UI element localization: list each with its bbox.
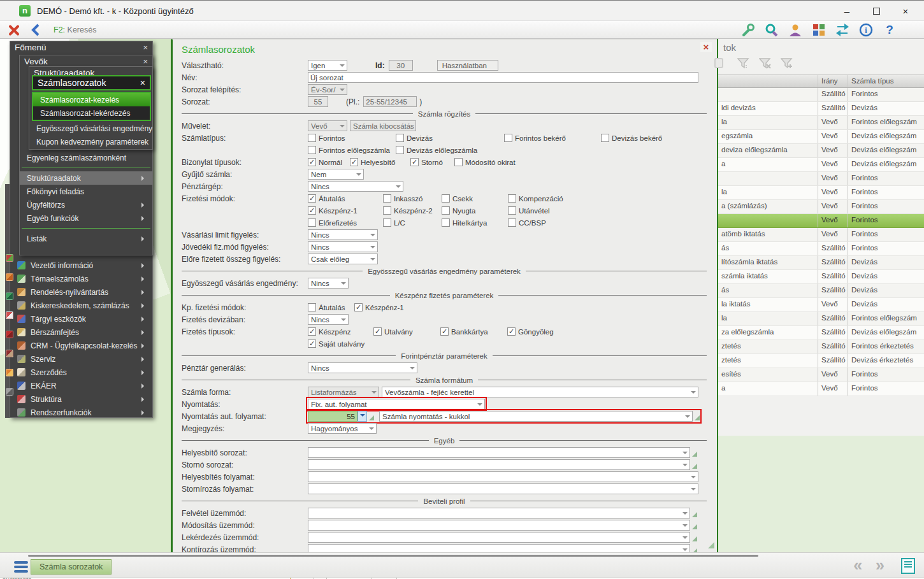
- text-input[interactable]: Új sorozat: [308, 72, 698, 83]
- table-row[interactable]: VevőForintos: [718, 214, 924, 228]
- table-row[interactable]: za előlegszámlaSzállítóDevizás előlegszá…: [718, 326, 924, 340]
- checkbox--tutal-s[interactable]: ✓Átutalás: [308, 194, 383, 203]
- checkbox-forintos-bek-r-[interactable]: Forintos bekérő: [504, 134, 601, 142]
- combo-sz-mla-nyomtat-s-kukkol[interactable]: Számla nyomtatás - kukkol: [379, 411, 693, 422]
- lookup-grip-icon[interactable]: [692, 524, 697, 529]
- checkbox-ut-nv-tel[interactable]: Utánvétel: [508, 206, 550, 215]
- back-icon[interactable]: [31, 24, 41, 39]
- wrench-icon[interactable]: [740, 22, 756, 38]
- menu-item-vezet-i-inform-ci-[interactable]: Vezetői információ: [10, 259, 152, 272]
- menu-item--gyf-lt-rzs[interactable]: Ügyféltörzs: [20, 198, 152, 211]
- minimize-button[interactable]: –: [832, 6, 862, 17]
- menu-item-kupon-kedvezm-ny-param-terek[interactable]: Kupon kedvezmény paraméterek: [29, 135, 152, 148]
- menu-item-sz-mlasorozat-kezel-s[interactable]: Számlasorozat-kezelés: [33, 93, 150, 106]
- dropdown-blue-icon[interactable]: [357, 411, 367, 422]
- table-row[interactable]: laSzállítóForintos előlegszám: [718, 312, 924, 326]
- filter-icon[interactable]: [737, 58, 750, 72]
- lookup-grip-icon[interactable]: [692, 452, 697, 457]
- lookup-grip-icon[interactable]: [692, 512, 697, 517]
- dialog-close-icon[interactable]: ×: [700, 42, 712, 52]
- close-record-icon[interactable]: [8, 24, 20, 36]
- table-row[interactable]: ldi devizásSzállítóDevizás: [718, 102, 924, 116]
- help-icon[interactable]: ?: [882, 22, 897, 38]
- checkbox-helyesb-t-[interactable]: ✓Helyesbítő: [350, 158, 410, 166]
- checkbox-saj-t-utalv-ny[interactable]: ✓Saját utalvány: [308, 340, 365, 348]
- combo-empty[interactable]: [308, 532, 690, 543]
- checkbox-deviz-s-bek-r-[interactable]: Devizás bekérő: [601, 134, 662, 142]
- menu-item-egyenleg-sz-mlasz-monk-nt[interactable]: Egyenleg számlaszámonként: [20, 151, 152, 164]
- combo-empty[interactable]: [308, 520, 690, 531]
- combo-fix-aut-folyamat[interactable]: Fix. aut. folyamat: [308, 399, 485, 410]
- checkbox-el-refizet-s[interactable]: Előrefizetés: [308, 218, 383, 227]
- combo-nincs[interactable]: Nincs: [308, 229, 378, 240]
- combo-nem[interactable]: Nem: [308, 169, 364, 180]
- combo-vev-sz-mla-fejl-c-kerettel[interactable]: Vevőszámla - fejléc kerettel: [382, 387, 698, 397]
- menu-item-egy-sszeg-v-s-rl-si-engedm-ny[interactable]: Egyösszegű vásárlási engedmény: [29, 122, 152, 135]
- table-row[interactable]: aVevőForintos: [718, 382, 924, 396]
- combo--v-sor-[interactable]: Év-Sor/: [308, 84, 347, 95]
- checkbox-bankk-rtya[interactable]: ✓Bankkártya: [440, 327, 507, 336]
- combo-empty[interactable]: [308, 471, 698, 482]
- table-row[interactable]: lítószámla iktatásSzállítóDevizás: [718, 256, 924, 270]
- checkbox-inkassz-[interactable]: Inkasszó: [383, 194, 442, 203]
- checkbox-g-ngy-leg[interactable]: ✓Göngyöleg: [507, 327, 554, 336]
- combo-nincs[interactable]: Nincs: [308, 181, 403, 192]
- text-input[interactable]: 30: [389, 60, 413, 71]
- checkbox-deviz-s[interactable]: Devizás: [396, 134, 504, 142]
- menu-item-b-rsz-mfejt-s[interactable]: Bérszámfejtés: [10, 325, 152, 339]
- checkbox-nyugta[interactable]: Nyugta: [442, 206, 508, 215]
- f2-search-button[interactable]: F2: Keresés: [54, 25, 96, 34]
- lookup-grip-icon[interactable]: [692, 536, 697, 541]
- menu-item-t-rgyi-eszk-z-k[interactable]: Tárgyi eszközök: [10, 312, 152, 325]
- hamburger-menu-icon[interactable]: [11, 560, 31, 574]
- menu-item-rendszerfunkci-k[interactable]: Rendszerfunkciók: [10, 406, 152, 419]
- menu-item-egy-b-funkci-k[interactable]: Egyéb funkciók: [20, 211, 152, 225]
- filter-clear-icon[interactable]: [759, 58, 772, 72]
- maximize-button[interactable]: [862, 6, 891, 17]
- checkbox-k-szp-nz-1[interactable]: ✓Készpénz-1: [308, 206, 383, 215]
- checkbox-k-szp-nz-2[interactable]: Készpénz-2: [383, 206, 442, 215]
- checkbox-forintos-el-legsz-mla[interactable]: Forintos előlegszámla: [308, 146, 396, 154]
- modules-icon[interactable]: [811, 22, 827, 38]
- checkbox-cc-bsp[interactable]: CC/BSP: [508, 218, 546, 227]
- menu-close-icon[interactable]: ×: [143, 43, 148, 52]
- checkbox-m-dos-t-okirat[interactable]: Módosító okirat: [454, 158, 516, 166]
- checkbox--tutal-s[interactable]: Átutalás: [308, 303, 354, 311]
- lookup-grip-icon[interactable]: [692, 464, 697, 469]
- combo-empty[interactable]: [308, 483, 698, 494]
- user-icon[interactable]: [788, 22, 803, 38]
- combo-igen[interactable]: Igen: [308, 60, 347, 71]
- combo-nincs[interactable]: Nincs: [308, 241, 378, 252]
- table-row[interactable]: SzállítóForintos: [718, 88, 924, 102]
- horizontal-scrollbar[interactable]: [28, 555, 758, 557]
- table-row[interactable]: ztetésSzállítóForintos érkeztetés: [718, 340, 924, 354]
- checkbox-utalv-ny[interactable]: ✓Utalvány: [373, 327, 440, 336]
- menu-item-rendel-s-nyilv-ntart-s[interactable]: Rendelés-nyilvántartás: [10, 285, 152, 299]
- radio-forintos[interactable]: Forintos: [308, 134, 396, 142]
- checkbox-hitelk-rtya[interactable]: Hitelkártya: [442, 218, 508, 227]
- combo-hagyom-nyos[interactable]: Hagyományos: [308, 423, 377, 434]
- table-row[interactable]: laVevőForintos előlegszám: [718, 116, 924, 130]
- combo-csak-el-leg[interactable]: Csak előleg: [308, 254, 378, 264]
- nav-next-icon[interactable]: »: [876, 556, 884, 574]
- checkbox-kompenz-ci-[interactable]: Kompenzáció: [508, 194, 563, 203]
- filter-add-icon[interactable]: [781, 58, 793, 72]
- menu-item-ek-er[interactable]: EKÁER: [10, 379, 152, 392]
- column-header-Irány[interactable]: Irány: [818, 75, 848, 87]
- checkbox-k-szp-nz[interactable]: ✓Készpénz: [308, 327, 373, 336]
- menu-item-list-k[interactable]: Listák: [20, 232, 152, 245]
- table-row[interactable]: aVevőDevizás előlegszám: [718, 158, 924, 172]
- checkbox-deviz-s-el-legsz-mla[interactable]: Devizás előlegszámla: [396, 146, 477, 154]
- table-row[interactable]: la iktatásVevőDevizás: [718, 298, 924, 312]
- table-row[interactable]: ásSzállítóDevizás: [718, 284, 924, 298]
- search-icon[interactable]: [764, 22, 779, 38]
- table-row[interactable]: egszámlaVevőDevizás előlegszám: [718, 130, 924, 144]
- menu-item-t-maelsz-mol-s[interactable]: Témaelszámolás: [10, 272, 152, 285]
- combo-sz-mla-kibocs-t-s[interactable]: Számla kibocsátás: [350, 120, 416, 131]
- table-row[interactable]: deviza előlegszámlaVevőDevizás előlegszá…: [718, 144, 924, 158]
- menu-item-szerz-d-s[interactable]: Szerződés: [10, 366, 152, 379]
- menu-item-strukt-raadatok[interactable]: Struktúraadatok: [20, 171, 152, 185]
- menu-item-strukt-ra[interactable]: Struktúra: [10, 392, 152, 406]
- table-row[interactable]: a (számlázás)VevőForintos: [718, 200, 924, 214]
- text-input[interactable]: 25-55/12345: [363, 96, 417, 107]
